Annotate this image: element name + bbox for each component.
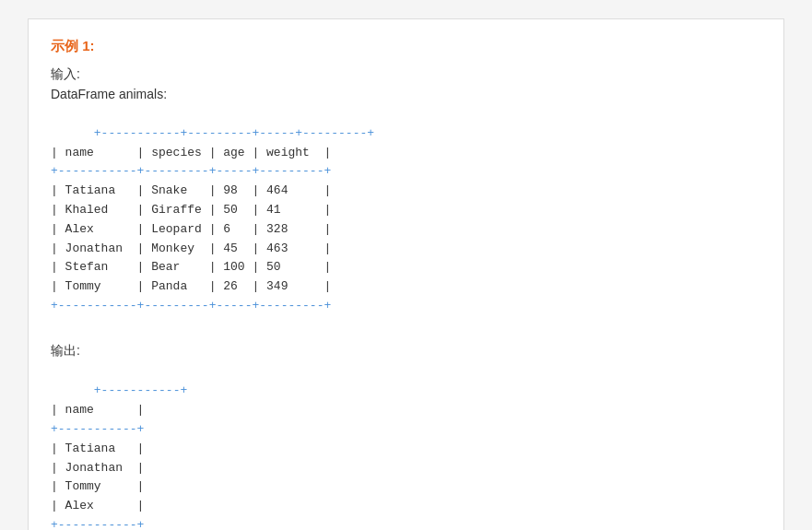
output-area: 输出: +-----------+ | name | +-----------+… <box>51 343 761 530</box>
out-row-tommy: | Tommy | <box>51 479 144 493</box>
table-header-sep: +-----------+---------+-----+---------+ <box>51 164 331 178</box>
output-label: 输出: <box>51 343 761 359</box>
table-row-tommy: | Tommy | Panda | 26 | 349 | <box>51 279 331 293</box>
out-table-header-sep: +-----------+ <box>51 422 144 436</box>
table-row-stefan: | Stefan | Bear | 100 | 50 | <box>51 260 331 274</box>
table-row-alex: | Alex | Leopard | 6 | 328 | <box>51 222 331 236</box>
dataframe-label: DataFrame animals: <box>51 87 761 101</box>
input-area: 输入: DataFrame animals: +-----------+----… <box>51 66 761 336</box>
table-row-jonathan: | Jonathan | Monkey | 45 | 463 | <box>51 241 331 255</box>
input-table: +-----------+---------+-----+---------+ … <box>51 105 761 336</box>
input-label: 输入: <box>51 66 761 83</box>
table-top-border: +-----------+---------+-----+---------+ <box>94 126 374 140</box>
out-table-header: | name | <box>51 403 144 417</box>
table-row-khaled: | Khaled | Giraffe | 50 | 41 | <box>51 203 331 217</box>
main-container: 示例 1: 输入: DataFrame animals: +----------… <box>28 18 784 530</box>
table-row-tatiana: | Tatiana | Snake | 98 | 464 | <box>51 183 331 197</box>
page-title: 示例 1: <box>51 38 761 55</box>
table-header: | name | species | age | weight | <box>51 146 331 159</box>
out-table-bottom-border: +-----------+ <box>51 518 144 530</box>
output-table: +-----------+ | name | +-----------+ | T… <box>51 363 761 530</box>
out-table-top-border: +-----------+ <box>94 383 187 397</box>
out-row-alex: | Alex | <box>51 499 144 512</box>
table-bottom-border: +-----------+---------+-----+---------+ <box>51 299 331 312</box>
out-row-tatiana: | Tatiana | <box>51 442 144 455</box>
out-row-jonathan: | Jonathan | <box>51 461 144 475</box>
